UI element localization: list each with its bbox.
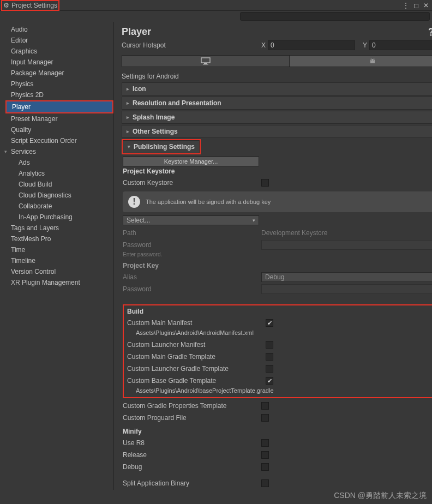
base-gradle-label: Custom Base Gradle Template [127, 377, 266, 385]
sidebar-item-preset-manager[interactable]: Preset Manager [0, 113, 113, 124]
main-manifest-path: Assets\Plugins\Android\AndroidManifest.x… [127, 329, 432, 336]
settings-for-label: Settings for Android [122, 70, 432, 82]
use-r8-label: Use R8 [123, 439, 261, 447]
sidebar: Audio Editor Graphics Input Manager Pack… [0, 22, 114, 490]
chevron-down-icon: ▾ [128, 144, 130, 149]
proguard-checkbox[interactable] [261, 414, 269, 422]
sidebar-item-cloud-diagnostics[interactable]: Cloud Diagnostics [0, 190, 113, 201]
sidebar-item-package-manager[interactable]: Package Manager [0, 68, 113, 79]
alias-dropdown: Debug [261, 272, 432, 282]
release-label: Release [123, 451, 261, 459]
monitor-icon [201, 57, 211, 65]
foldout-splash[interactable]: ▸Splash Image [122, 111, 432, 124]
debug-label: Debug [123, 463, 261, 471]
tab-standalone[interactable] [122, 56, 290, 67]
platform-tabs [122, 55, 432, 67]
launcher-manifest-label: Custom Launcher Manifest [127, 341, 266, 349]
use-r8-checkbox[interactable] [261, 439, 269, 447]
main-gradle-label: Custom Main Gradle Template [127, 353, 266, 361]
gradle-props-label: Custom Gradle Properties Template [123, 402, 261, 410]
sidebar-item-quality[interactable]: Quality [0, 124, 113, 135]
sidebar-item-cloud-build[interactable]: Cloud Build [0, 179, 113, 190]
keystore-select-dropdown[interactable]: Select... [123, 215, 259, 225]
chevron-right-icon: ▸ [127, 100, 129, 106]
launcher-manifest-checkbox[interactable] [266, 341, 273, 349]
help-icon[interactable]: ❔ [427, 28, 432, 36]
release-checkbox[interactable] [261, 451, 269, 459]
key-password-input [261, 284, 432, 294]
cursor-y-input[interactable] [369, 40, 432, 50]
menu-icon[interactable]: ⋮ [403, 2, 409, 9]
sidebar-item-timeline[interactable]: Timeline [0, 255, 113, 266]
y-label: Y [359, 41, 367, 49]
debug-checkbox[interactable] [261, 463, 269, 471]
key-password-label: Password [123, 285, 261, 293]
foldout-publishing[interactable]: ▾Publishing Settings [123, 140, 200, 153]
main-manifest-label: Custom Main Manifest [127, 319, 266, 327]
sidebar-item-version-control[interactable]: Version Control [0, 266, 113, 277]
base-gradle-path: Assets\Plugins\Android\baseProjectTempla… [127, 387, 432, 394]
cursor-x-input[interactable] [268, 40, 355, 50]
sidebar-item-audio[interactable]: Audio [0, 24, 113, 35]
svg-rect-2 [203, 64, 208, 65]
sidebar-item-analytics[interactable]: Analytics [0, 168, 113, 179]
gear-icon: ⚙ [3, 2, 9, 9]
sidebar-item-services[interactable]: Services [0, 146, 113, 157]
undock-icon[interactable]: ◻ [413, 2, 419, 9]
page-title: Player [122, 26, 151, 38]
chevron-right-icon: ▸ [127, 86, 129, 92]
sidebar-item-graphics[interactable]: Graphics [0, 46, 113, 57]
tab-android[interactable] [290, 56, 432, 67]
close-icon[interactable]: ✕ [423, 2, 429, 9]
sidebar-item-input-manager[interactable]: Input Manager [0, 57, 113, 68]
password-hint: Enter password. [123, 251, 432, 257]
sidebar-item-physics-2d[interactable]: Physics 2D [0, 89, 113, 100]
custom-keystore-checkbox[interactable] [261, 179, 269, 187]
android-icon [369, 57, 376, 65]
sidebar-item-player[interactable]: Player [7, 101, 112, 112]
chevron-right-icon: ▸ [127, 129, 129, 134]
watermark: CSDN @勇踏前人未索之境 [334, 491, 427, 501]
proguard-label: Custom Proguard File [123, 414, 261, 422]
svg-point-3 [371, 59, 372, 61]
path-label: Path [123, 229, 261, 237]
foldout-icon[interactable]: ▸Icon [122, 82, 432, 95]
search-input[interactable] [240, 12, 430, 21]
chevron-right-icon: ▸ [127, 115, 129, 120]
launcher-gradle-checkbox[interactable] [266, 365, 273, 373]
split-binary-checkbox[interactable] [261, 479, 269, 487]
main-manifest-checkbox[interactable]: ✔ [266, 319, 273, 327]
sidebar-item-ads[interactable]: Ads [0, 157, 113, 168]
svg-line-5 [371, 58, 371, 59]
cursor-hotspot-label: Cursor Hotspot [122, 41, 258, 49]
x-label: X [258, 41, 266, 49]
base-gradle-checkbox[interactable]: ✔ [266, 377, 273, 385]
foldout-other[interactable]: ▸Other Settings [122, 125, 432, 138]
minify-title: Minify [123, 428, 432, 435]
keystore-password-input [261, 240, 432, 250]
sidebar-item-time[interactable]: Time [0, 244, 113, 255]
sidebar-item-iap[interactable]: In-App Purchasing [0, 212, 113, 223]
keystore-manager-button[interactable]: Keystore Manager... [123, 157, 259, 166]
toolbar [0, 11, 432, 22]
sidebar-item-tmpro[interactable]: TextMesh Pro [0, 233, 113, 244]
foldout-resolution[interactable]: ▸Resolution and Presentation [122, 97, 432, 110]
build-title: Build [127, 308, 432, 315]
sidebar-item-collaborate[interactable]: Collaborate [0, 201, 113, 212]
main-gradle-checkbox[interactable] [266, 353, 273, 361]
svg-point-4 [373, 59, 374, 61]
content-panel: Player ❔ ⇄ ⚙ Select Cursor Hotspot X Y [114, 22, 432, 490]
gradle-props-checkbox[interactable] [261, 402, 269, 410]
split-binary-label: Split Application Binary [123, 479, 261, 487]
sidebar-item-script-execution-order[interactable]: Script Execution Order [0, 135, 113, 146]
alias-label: Alias [123, 273, 261, 281]
sidebar-item-xr[interactable]: XR Plugin Management [0, 277, 113, 288]
sidebar-item-editor[interactable]: Editor [0, 35, 113, 46]
path-value: Development Keystore [261, 229, 400, 237]
custom-keystore-label: Custom Keystore [123, 179, 261, 187]
svg-rect-0 [201, 58, 210, 63]
svg-line-6 [374, 58, 374, 59]
sidebar-item-tags-layers[interactable]: Tags and Layers [0, 223, 113, 233]
launcher-gradle-label: Custom Launcher Gradle Template [127, 365, 266, 373]
sidebar-item-physics[interactable]: Physics [0, 79, 113, 89]
